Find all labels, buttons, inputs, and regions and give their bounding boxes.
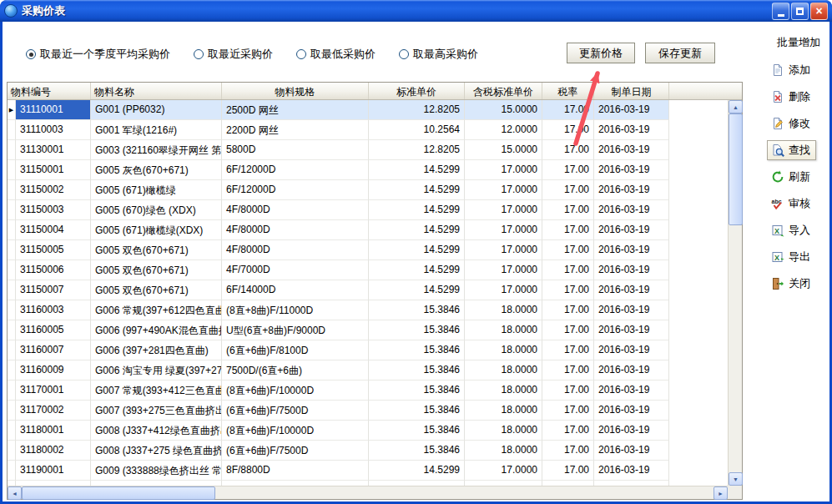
cell-code[interactable]: 31150006 — [16, 260, 91, 280]
cell-price[interactable]: 15.3846 — [369, 441, 465, 461]
cell-code[interactable]: 31150002 — [16, 180, 91, 200]
column-header-tax_rate[interactable]: 税率 — [542, 83, 594, 99]
table-row[interactable]: 31150007G005 双色(670+671)6F/14000D14.5299… — [8, 280, 728, 300]
vertical-scroll-thumb[interactable] — [729, 113, 743, 225]
table-row[interactable]: 31150005G005 双色(670+671)4F/8000D14.52991… — [8, 240, 728, 260]
cell-name[interactable]: G005 双色(670+671) — [91, 240, 222, 260]
save-update-button[interactable]: 保存更新 — [645, 43, 715, 63]
cell-name[interactable]: G005 (671)橄榄绿(XDX) — [91, 220, 222, 240]
cell-price_tax[interactable]: 12.0000 — [465, 120, 542, 140]
cell-code[interactable]: 31170001 — [16, 381, 91, 401]
cell-name[interactable]: G005 双色(670+671) — [91, 280, 222, 300]
horizontal-scrollbar[interactable]: ◄ ► — [8, 486, 728, 499]
cell-spec[interactable]: 4F/7000D — [222, 260, 369, 280]
sidebar-button-export[interactable]: X导出 — [767, 247, 816, 267]
radio-lowest[interactable]: 取最低采购价 — [296, 47, 376, 62]
table-row[interactable]: 31150006G005 双色(670+671)4F/7000D14.52991… — [8, 260, 728, 280]
cell-price_tax[interactable]: 18.0000 — [465, 340, 542, 360]
cell-date[interactable]: 2016-03-19 — [594, 441, 669, 461]
cell-price[interactable]: 15.3846 — [369, 340, 465, 360]
cell-price_tax[interactable]: 17.0000 — [465, 260, 542, 280]
cell-price_tax[interactable]: 17.0000 — [465, 280, 542, 300]
cell-tax_rate[interactable]: 17.00 — [542, 220, 594, 240]
cell-tax_rate[interactable]: 17.00 — [542, 240, 594, 260]
scroll-right-icon[interactable]: ► — [714, 486, 728, 500]
table-row[interactable]: 31180002G008 (J337+275 绿色直曲挤出丝)(6直+6曲)F/… — [8, 441, 728, 461]
cell-spec[interactable]: (8直+6曲)F/10000D — [222, 381, 369, 401]
cell-code[interactable]: 31180002 — [16, 441, 91, 461]
radio-avg_quarter[interactable]: 取最近一个季度平均采购价 — [26, 47, 170, 62]
cell-date[interactable]: 2016-03-19 — [594, 100, 669, 120]
cell-price_tax[interactable]: 17.0000 — [465, 461, 542, 481]
cell-name[interactable]: G006 常规(397+612四色直曲挤出丝) — [91, 300, 222, 320]
sidebar-button-find[interactable]: 查找 — [767, 140, 816, 160]
cell-price[interactable]: 15.3846 — [369, 421, 465, 441]
update-price-button[interactable]: 更新价格 — [567, 43, 635, 63]
cell-date[interactable]: 2016-03-19 — [594, 160, 669, 180]
cell-price_tax[interactable]: 18.0000 — [465, 421, 542, 441]
sidebar-button-close[interactable]: 关闭 — [767, 274, 816, 294]
cell-price_tax[interactable]: 17.0000 — [465, 220, 542, 240]
cell-date[interactable]: 2016-03-19 — [594, 300, 669, 320]
cell-tax_rate[interactable]: 17.00 — [542, 260, 594, 280]
cell-name[interactable]: G005 灰色(670+671) — [91, 160, 222, 180]
cell-tax_rate[interactable]: 17.00 — [542, 140, 594, 160]
column-header-price_tax[interactable]: 含税标准单价 — [465, 83, 542, 99]
cell-tax_rate[interactable]: 17.00 — [542, 180, 594, 200]
cell-code[interactable]: 31130001 — [16, 140, 91, 160]
cell-date[interactable]: 2016-03-19 — [594, 240, 669, 260]
cell-spec[interactable]: (8直+6曲)F/10000D — [222, 421, 369, 441]
cell-code[interactable]: 31160005 — [16, 320, 91, 340]
cell-price_tax[interactable]: 17.0000 — [465, 240, 542, 260]
cell-code[interactable]: 31170002 — [16, 401, 91, 421]
cell-price[interactable]: 15.3846 — [369, 320, 465, 340]
cell-price[interactable]: 14.5299 — [369, 280, 465, 300]
cell-code[interactable]: 31190001 — [16, 461, 91, 481]
cell-price[interactable]: 14.5299 — [369, 200, 465, 220]
cell-price[interactable]: 15.3846 — [369, 381, 465, 401]
cell-price[interactable]: 14.5299 — [369, 160, 465, 180]
cell-name[interactable]: G003 (321160翠绿开网丝 第一批) — [91, 140, 222, 160]
radio-latest[interactable]: 取最近采购价 — [194, 47, 273, 62]
cell-tax_rate[interactable]: 17.00 — [542, 340, 594, 360]
cell-date[interactable]: 2016-03-19 — [594, 180, 669, 200]
table-row[interactable]: 31110003G001 军绿(1216#)2200D 网丝10.256412.… — [8, 120, 728, 140]
sidebar-button-edit[interactable]: 修改 — [767, 113, 816, 134]
cell-spec[interactable]: 6F/14000D — [222, 280, 369, 300]
scroll-up-icon[interactable]: ▲ — [729, 100, 743, 113]
cell-price_tax[interactable]: 17.0000 — [465, 200, 542, 220]
cell-spec[interactable]: (8直+8曲)F/11000D — [222, 300, 369, 320]
cell-spec[interactable]: U型(6直+8曲)F/9000D — [222, 320, 369, 340]
cell-code[interactable]: 31150001 — [16, 160, 91, 180]
cell-code[interactable]: 31110003 — [16, 120, 91, 140]
sidebar-button-add[interactable]: 添加 — [767, 60, 816, 80]
close-button[interactable]: × — [810, 3, 828, 20]
cell-price[interactable]: 10.2564 — [369, 120, 465, 140]
cell-price[interactable]: 14.5299 — [369, 461, 465, 481]
cell-name[interactable]: G008 (J337+275 绿色直曲挤出丝) — [91, 441, 222, 461]
cell-code[interactable]: 31150007 — [16, 280, 91, 300]
cell-tax_rate[interactable]: 17.00 — [542, 381, 594, 401]
cell-date[interactable]: 2016-03-19 — [594, 120, 669, 140]
minimize-button[interactable] — [772, 3, 789, 20]
table-row[interactable]: 31150002G005 (671)橄榄绿6F/12000D14.529917.… — [8, 180, 728, 200]
sidebar-button-import[interactable]: X导入 — [767, 220, 816, 240]
cell-spec[interactable]: 4F/8000D — [222, 220, 369, 240]
cell-tax_rate[interactable]: 17.00 — [542, 160, 594, 180]
cell-spec[interactable]: (6直+6曲)F/7500D — [222, 401, 369, 421]
cell-price[interactable]: 15.3846 — [369, 300, 465, 320]
titlebar[interactable]: 采购价表 × — [0, 0, 832, 22]
cell-spec[interactable]: 2200D 网丝 — [222, 120, 369, 140]
cell-date[interactable]: 2016-03-19 — [594, 401, 669, 421]
table-row[interactable]: 31150003G005 (670)绿色 (XDX)4F/8000D14.529… — [8, 200, 728, 220]
cell-code[interactable]: 31180001 — [16, 421, 91, 441]
sidebar-button-delete[interactable]: 删除 — [767, 87, 816, 107]
horizontal-scroll-thumb[interactable] — [22, 486, 215, 500]
cell-spec[interactable]: 6F/12000D — [222, 180, 369, 200]
cell-name[interactable]: G006 (997+490AK混色直曲挤出丝) — [91, 320, 222, 340]
cell-code[interactable]: 31150005 — [16, 240, 91, 260]
cell-date[interactable]: 2016-03-19 — [594, 421, 669, 441]
cell-tax_rate[interactable]: 17.00 — [542, 421, 594, 441]
scroll-down-icon[interactable]: ▼ — [729, 472, 743, 486]
cell-price_tax[interactable]: 18.0000 — [465, 360, 542, 381]
